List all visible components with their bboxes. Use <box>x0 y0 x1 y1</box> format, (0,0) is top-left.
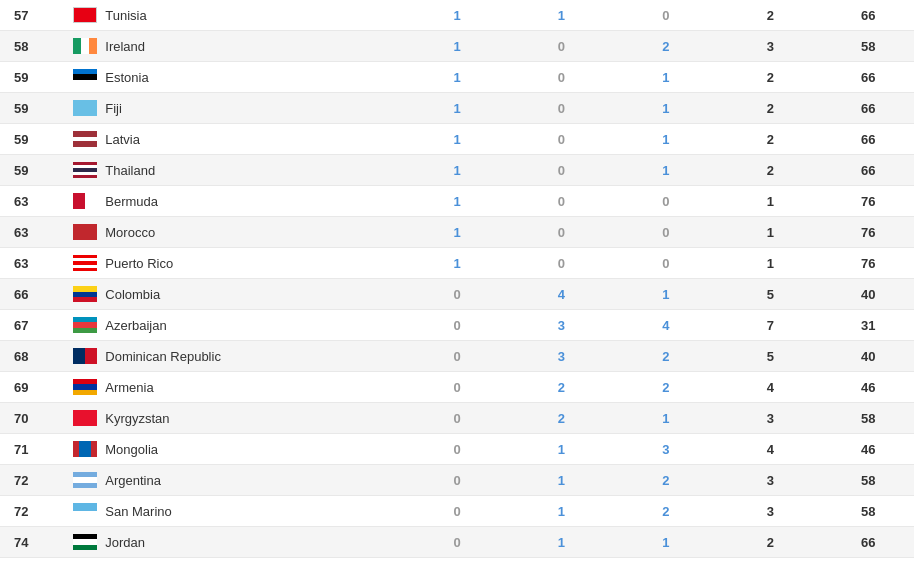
country-name: Ireland <box>105 39 145 54</box>
country-name: Bermuda <box>105 194 158 209</box>
bronze-cell: 4 <box>614 310 718 341</box>
rank-cell: 57 <box>0 0 65 31</box>
silver-cell: 1 <box>509 558 613 564</box>
silver-cell: 2 <box>509 372 613 403</box>
gold-cell: 0 <box>405 279 509 310</box>
country-name: Dominican Republic <box>105 349 221 364</box>
bronze-cell: 1 <box>614 527 718 558</box>
silver-cell: 1 <box>509 465 613 496</box>
flag-icon <box>73 410 97 426</box>
pts-cell: 58 <box>823 31 914 62</box>
pts-cell: 40 <box>823 341 914 372</box>
gold-cell: 1 <box>405 93 509 124</box>
country-name: Mongolia <box>105 442 158 457</box>
silver-cell: 1 <box>509 434 613 465</box>
rank-cell: 74 <box>0 558 65 564</box>
rank-cell: 58 <box>0 31 65 62</box>
total-cell: 2 <box>718 558 822 564</box>
gold-cell: 0 <box>405 558 509 564</box>
total-cell: 5 <box>718 279 822 310</box>
country-name: Kyrgyzstan <box>105 411 169 426</box>
rank-cell: 67 <box>0 310 65 341</box>
silver-cell: 0 <box>509 155 613 186</box>
country-name: Puerto Rico <box>105 256 173 271</box>
total-cell: 2 <box>718 0 822 31</box>
silver-cell: 3 <box>509 341 613 372</box>
gold-cell: 0 <box>405 527 509 558</box>
total-cell: 7 <box>718 310 822 341</box>
silver-cell: 0 <box>509 186 613 217</box>
flag-icon <box>73 38 97 54</box>
country-cell: Latvia <box>65 124 404 155</box>
gold-cell: 0 <box>405 465 509 496</box>
bronze-cell: 1 <box>614 155 718 186</box>
silver-cell: 0 <box>509 217 613 248</box>
bronze-cell: 0 <box>614 217 718 248</box>
gold-cell: 1 <box>405 186 509 217</box>
total-cell: 5 <box>718 341 822 372</box>
total-cell: 2 <box>718 62 822 93</box>
flag-icon <box>73 317 97 333</box>
rank-cell: 72 <box>0 465 65 496</box>
silver-cell: 1 <box>509 0 613 31</box>
country-name: Argentina <box>105 473 161 488</box>
country-cell: Colombia <box>65 279 404 310</box>
gold-cell: 1 <box>405 62 509 93</box>
total-cell: 2 <box>718 124 822 155</box>
silver-cell: 0 <box>509 248 613 279</box>
flag-icon <box>73 193 97 209</box>
country-cell: Argentina <box>65 465 404 496</box>
silver-cell: 1 <box>509 527 613 558</box>
gold-cell: 0 <box>405 434 509 465</box>
flag-icon <box>73 7 97 23</box>
flag-icon <box>73 503 97 519</box>
pts-cell: 76 <box>823 217 914 248</box>
bronze-cell: 0 <box>614 0 718 31</box>
rank-cell: 69 <box>0 372 65 403</box>
rank-cell: 71 <box>0 434 65 465</box>
total-cell: 4 <box>718 372 822 403</box>
pts-cell: 76 <box>823 248 914 279</box>
flag-icon <box>73 379 97 395</box>
flag-icon <box>73 534 97 550</box>
bronze-cell: 1 <box>614 403 718 434</box>
pts-cell: 66 <box>823 124 914 155</box>
medals-table: 57 Tunisia 1 1 0 2 66 58 Ireland 1 0 2 3… <box>0 0 914 563</box>
silver-cell: 0 <box>509 124 613 155</box>
country-cell: Estonia <box>65 62 404 93</box>
flag-icon <box>73 441 97 457</box>
country-cell: Mongolia <box>65 434 404 465</box>
flag-icon <box>73 162 97 178</box>
flag-icon <box>73 131 97 147</box>
bronze-cell: 1 <box>614 93 718 124</box>
bronze-cell: 0 <box>614 248 718 279</box>
flag-icon <box>73 224 97 240</box>
total-cell: 1 <box>718 248 822 279</box>
total-cell: 3 <box>718 465 822 496</box>
country-cell: Bermuda <box>65 186 404 217</box>
silver-cell: 3 <box>509 310 613 341</box>
country-name: Thailand <box>105 163 155 178</box>
silver-cell: 2 <box>509 403 613 434</box>
rank-cell: 59 <box>0 62 65 93</box>
rank-cell: 74 <box>0 527 65 558</box>
country-name: Colombia <box>105 287 160 302</box>
gold-cell: 0 <box>405 341 509 372</box>
pts-cell: 31 <box>823 310 914 341</box>
rank-cell: 66 <box>0 279 65 310</box>
country-name: Jordan <box>105 535 145 550</box>
total-cell: 2 <box>718 93 822 124</box>
total-cell: 3 <box>718 496 822 527</box>
country-cell: Azerbaijan <box>65 310 404 341</box>
total-cell: 3 <box>718 403 822 434</box>
rank-cell: 63 <box>0 186 65 217</box>
country-name: Estonia <box>105 70 148 85</box>
country-name: Armenia <box>105 380 153 395</box>
gold-cell: 1 <box>405 248 509 279</box>
pts-cell: 66 <box>823 93 914 124</box>
bronze-cell: 1 <box>614 279 718 310</box>
bronze-cell: 1 <box>614 558 718 564</box>
silver-cell: 1 <box>509 496 613 527</box>
rank-cell: 63 <box>0 217 65 248</box>
bronze-cell: 1 <box>614 62 718 93</box>
